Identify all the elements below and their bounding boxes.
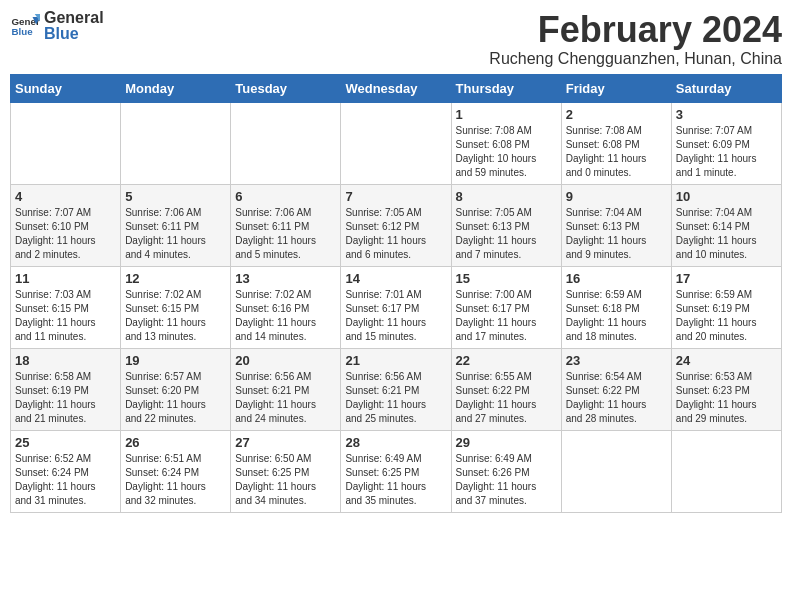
day-info: Sunrise: 6:56 AMSunset: 6:21 PMDaylight:… <box>345 370 446 426</box>
day-info: Sunrise: 7:00 AMSunset: 6:17 PMDaylight:… <box>456 288 557 344</box>
day-number: 3 <box>676 107 777 122</box>
calendar-cell <box>561 430 671 512</box>
day-number: 18 <box>15 353 116 368</box>
calendar-cell <box>341 102 451 184</box>
day-number: 8 <box>456 189 557 204</box>
calendar-cell: 14Sunrise: 7:01 AMSunset: 6:17 PMDayligh… <box>341 266 451 348</box>
day-number: 19 <box>125 353 226 368</box>
calendar-cell: 4Sunrise: 7:07 AMSunset: 6:10 PMDaylight… <box>11 184 121 266</box>
calendar-cell: 21Sunrise: 6:56 AMSunset: 6:21 PMDayligh… <box>341 348 451 430</box>
day-info: Sunrise: 7:04 AMSunset: 6:14 PMDaylight:… <box>676 206 777 262</box>
day-number: 27 <box>235 435 336 450</box>
calendar-cell: 12Sunrise: 7:02 AMSunset: 6:15 PMDayligh… <box>121 266 231 348</box>
day-number: 16 <box>566 271 667 286</box>
calendar-cell: 24Sunrise: 6:53 AMSunset: 6:23 PMDayligh… <box>671 348 781 430</box>
calendar: SundayMondayTuesdayWednesdayThursdayFrid… <box>10 74 782 513</box>
day-info: Sunrise: 6:53 AMSunset: 6:23 PMDaylight:… <box>676 370 777 426</box>
day-number: 14 <box>345 271 446 286</box>
day-number: 6 <box>235 189 336 204</box>
calendar-cell: 1Sunrise: 7:08 AMSunset: 6:08 PMDaylight… <box>451 102 561 184</box>
calendar-cell: 9Sunrise: 7:04 AMSunset: 6:13 PMDaylight… <box>561 184 671 266</box>
calendar-cell: 20Sunrise: 6:56 AMSunset: 6:21 PMDayligh… <box>231 348 341 430</box>
calendar-week-1: 1Sunrise: 7:08 AMSunset: 6:08 PMDaylight… <box>11 102 782 184</box>
logo-general-text: General <box>44 10 104 26</box>
day-number: 23 <box>566 353 667 368</box>
day-info: Sunrise: 6:49 AMSunset: 6:25 PMDaylight:… <box>345 452 446 508</box>
day-info: Sunrise: 7:07 AMSunset: 6:09 PMDaylight:… <box>676 124 777 180</box>
day-info: Sunrise: 7:06 AMSunset: 6:11 PMDaylight:… <box>125 206 226 262</box>
logo-icon: General Blue <box>10 11 40 41</box>
calendar-cell: 5Sunrise: 7:06 AMSunset: 6:11 PMDaylight… <box>121 184 231 266</box>
day-info: Sunrise: 6:57 AMSunset: 6:20 PMDaylight:… <box>125 370 226 426</box>
day-number: 22 <box>456 353 557 368</box>
subtitle: Rucheng Chengguanzhen, Hunan, China <box>489 50 782 68</box>
day-info: Sunrise: 7:03 AMSunset: 6:15 PMDaylight:… <box>15 288 116 344</box>
calendar-cell: 23Sunrise: 6:54 AMSunset: 6:22 PMDayligh… <box>561 348 671 430</box>
calendar-week-5: 25Sunrise: 6:52 AMSunset: 6:24 PMDayligh… <box>11 430 782 512</box>
calendar-cell: 16Sunrise: 6:59 AMSunset: 6:18 PMDayligh… <box>561 266 671 348</box>
day-info: Sunrise: 6:56 AMSunset: 6:21 PMDaylight:… <box>235 370 336 426</box>
day-number: 2 <box>566 107 667 122</box>
day-number: 24 <box>676 353 777 368</box>
day-info: Sunrise: 6:54 AMSunset: 6:22 PMDaylight:… <box>566 370 667 426</box>
calendar-cell: 18Sunrise: 6:58 AMSunset: 6:19 PMDayligh… <box>11 348 121 430</box>
calendar-cell: 17Sunrise: 6:59 AMSunset: 6:19 PMDayligh… <box>671 266 781 348</box>
calendar-cell: 28Sunrise: 6:49 AMSunset: 6:25 PMDayligh… <box>341 430 451 512</box>
day-header-friday: Friday <box>561 74 671 102</box>
day-number: 12 <box>125 271 226 286</box>
calendar-cell: 8Sunrise: 7:05 AMSunset: 6:13 PMDaylight… <box>451 184 561 266</box>
calendar-cell: 3Sunrise: 7:07 AMSunset: 6:09 PMDaylight… <box>671 102 781 184</box>
day-info: Sunrise: 7:06 AMSunset: 6:11 PMDaylight:… <box>235 206 336 262</box>
day-info: Sunrise: 7:05 AMSunset: 6:13 PMDaylight:… <box>456 206 557 262</box>
day-info: Sunrise: 7:02 AMSunset: 6:16 PMDaylight:… <box>235 288 336 344</box>
day-number: 28 <box>345 435 446 450</box>
calendar-cell: 25Sunrise: 6:52 AMSunset: 6:24 PMDayligh… <box>11 430 121 512</box>
day-number: 25 <box>15 435 116 450</box>
calendar-cell: 22Sunrise: 6:55 AMSunset: 6:22 PMDayligh… <box>451 348 561 430</box>
day-header-monday: Monday <box>121 74 231 102</box>
calendar-cell: 6Sunrise: 7:06 AMSunset: 6:11 PMDaylight… <box>231 184 341 266</box>
day-number: 13 <box>235 271 336 286</box>
day-number: 10 <box>676 189 777 204</box>
day-number: 11 <box>15 271 116 286</box>
main-title: February 2024 <box>489 10 782 50</box>
day-header-tuesday: Tuesday <box>231 74 341 102</box>
calendar-cell: 13Sunrise: 7:02 AMSunset: 6:16 PMDayligh… <box>231 266 341 348</box>
day-number: 21 <box>345 353 446 368</box>
calendar-week-3: 11Sunrise: 7:03 AMSunset: 6:15 PMDayligh… <box>11 266 782 348</box>
header: General Blue General Blue February 2024 … <box>10 10 782 68</box>
day-number: 15 <box>456 271 557 286</box>
day-info: Sunrise: 7:05 AMSunset: 6:12 PMDaylight:… <box>345 206 446 262</box>
day-info: Sunrise: 6:52 AMSunset: 6:24 PMDaylight:… <box>15 452 116 508</box>
day-header-sunday: Sunday <box>11 74 121 102</box>
calendar-cell: 26Sunrise: 6:51 AMSunset: 6:24 PMDayligh… <box>121 430 231 512</box>
day-info: Sunrise: 6:51 AMSunset: 6:24 PMDaylight:… <box>125 452 226 508</box>
day-header-saturday: Saturday <box>671 74 781 102</box>
calendar-cell <box>11 102 121 184</box>
day-number: 7 <box>345 189 446 204</box>
day-info: Sunrise: 7:02 AMSunset: 6:15 PMDaylight:… <box>125 288 226 344</box>
day-info: Sunrise: 7:08 AMSunset: 6:08 PMDaylight:… <box>456 124 557 180</box>
calendar-cell: 15Sunrise: 7:00 AMSunset: 6:17 PMDayligh… <box>451 266 561 348</box>
day-number: 20 <box>235 353 336 368</box>
calendar-cell: 19Sunrise: 6:57 AMSunset: 6:20 PMDayligh… <box>121 348 231 430</box>
calendar-cell: 10Sunrise: 7:04 AMSunset: 6:14 PMDayligh… <box>671 184 781 266</box>
day-header-thursday: Thursday <box>451 74 561 102</box>
day-number: 5 <box>125 189 226 204</box>
day-info: Sunrise: 7:01 AMSunset: 6:17 PMDaylight:… <box>345 288 446 344</box>
logo-blue-text: Blue <box>44 26 104 42</box>
calendar-cell: 29Sunrise: 6:49 AMSunset: 6:26 PMDayligh… <box>451 430 561 512</box>
day-info: Sunrise: 7:07 AMSunset: 6:10 PMDaylight:… <box>15 206 116 262</box>
calendar-week-4: 18Sunrise: 6:58 AMSunset: 6:19 PMDayligh… <box>11 348 782 430</box>
day-info: Sunrise: 7:04 AMSunset: 6:13 PMDaylight:… <box>566 206 667 262</box>
logo: General Blue General Blue <box>10 10 104 42</box>
day-number: 9 <box>566 189 667 204</box>
day-info: Sunrise: 6:58 AMSunset: 6:19 PMDaylight:… <box>15 370 116 426</box>
calendar-cell: 7Sunrise: 7:05 AMSunset: 6:12 PMDaylight… <box>341 184 451 266</box>
day-info: Sunrise: 6:59 AMSunset: 6:18 PMDaylight:… <box>566 288 667 344</box>
calendar-cell: 11Sunrise: 7:03 AMSunset: 6:15 PMDayligh… <box>11 266 121 348</box>
calendar-cell <box>231 102 341 184</box>
day-number: 4 <box>15 189 116 204</box>
day-number: 1 <box>456 107 557 122</box>
calendar-cell: 2Sunrise: 7:08 AMSunset: 6:08 PMDaylight… <box>561 102 671 184</box>
